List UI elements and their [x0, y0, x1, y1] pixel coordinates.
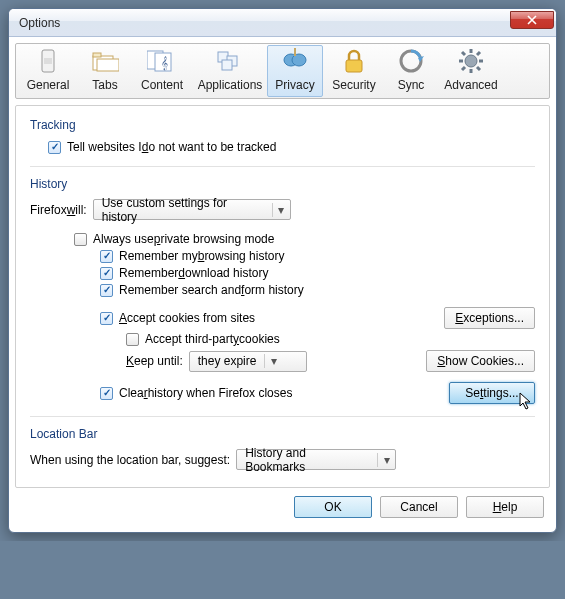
advanced-icon: [455, 46, 487, 76]
window-title: Options: [19, 16, 60, 30]
tab-general[interactable]: General: [17, 45, 79, 97]
firefox-will-label: Firefox will:: [30, 203, 87, 217]
svg-rect-3: [93, 53, 101, 57]
remember-browsing-label: Remember my browsing history: [119, 249, 284, 263]
svg-rect-4: [97, 59, 119, 71]
clear-on-close-checkbox[interactable]: [100, 387, 113, 400]
dnt-label: Tell websites I do not want to be tracke…: [67, 140, 276, 154]
third-party-label: Accept third-party cookies: [145, 332, 280, 346]
tab-advanced-label: Advanced: [444, 78, 497, 92]
clear-on-close-label: Clear history when Firefox closes: [119, 386, 292, 400]
location-bar-label: When using the location bar, suggest:: [30, 453, 230, 467]
tab-tabs[interactable]: Tabs: [79, 45, 131, 97]
ok-button[interactable]: OK: [294, 496, 372, 518]
remember-search-label: Remember search and form history: [119, 283, 304, 297]
remember-download-checkbox[interactable]: [100, 267, 113, 280]
chevron-down-icon: ▾: [272, 203, 286, 217]
keep-until-select[interactable]: they expire ▾: [189, 351, 307, 372]
svg-point-17: [465, 55, 477, 67]
location-bar-value: History and Bookmarks: [245, 446, 369, 474]
tracking-heading: Tracking: [30, 118, 535, 132]
private-browsing-checkbox[interactable]: [74, 233, 87, 246]
close-button[interactable]: [510, 11, 554, 29]
dnt-checkbox[interactable]: [48, 141, 61, 154]
exceptions-button[interactable]: Exceptions...: [444, 307, 535, 329]
help-button[interactable]: Help: [466, 496, 544, 518]
third-party-checkbox[interactable]: [126, 333, 139, 346]
cancel-button[interactable]: Cancel: [380, 496, 458, 518]
location-bar-select[interactable]: History and Bookmarks ▾: [236, 449, 396, 470]
settings-button[interactable]: Settings...: [449, 382, 535, 404]
svg-line-25: [462, 67, 465, 70]
tab-privacy-label: Privacy: [275, 78, 314, 92]
tab-content[interactable]: 𝄞 Content: [131, 45, 193, 97]
privacy-icon: [279, 46, 311, 76]
remember-download-label: Remember download history: [119, 266, 268, 280]
svg-rect-10: [222, 60, 232, 70]
divider: [30, 416, 535, 417]
sync-icon: [395, 46, 427, 76]
history-mode-value: Use custom settings for history: [102, 196, 264, 224]
content-icon: 𝄞: [146, 46, 178, 76]
private-browsing-label: Always use private browsing mode: [93, 232, 274, 246]
remember-search-checkbox[interactable]: [100, 284, 113, 297]
svg-rect-14: [346, 60, 362, 72]
remember-browsing-checkbox[interactable]: [100, 250, 113, 263]
dialog-footer: OK Cancel Help: [15, 488, 550, 526]
chevron-down-icon: ▾: [377, 453, 391, 467]
close-icon: [527, 15, 537, 25]
tab-content-label: Content: [141, 78, 183, 92]
svg-line-22: [462, 52, 465, 55]
location-bar-heading: Location Bar: [30, 427, 535, 441]
show-cookies-button[interactable]: Show Cookies...: [426, 350, 535, 372]
svg-rect-13: [294, 48, 296, 56]
history-heading: History: [30, 177, 535, 191]
tab-security[interactable]: Security: [323, 45, 385, 97]
svg-rect-1: [44, 58, 52, 64]
svg-text:𝄞: 𝄞: [161, 56, 168, 71]
tab-general-label: General: [27, 78, 70, 92]
chevron-down-icon: ▾: [264, 354, 278, 368]
privacy-panel: Tracking Tell websites I do not want to …: [15, 105, 550, 488]
titlebar[interactable]: Options: [9, 9, 556, 37]
svg-line-23: [477, 67, 480, 70]
accept-cookies-label: Accept cookies from sites: [119, 311, 255, 325]
tab-sync[interactable]: Sync: [385, 45, 437, 97]
category-toolbar: General Tabs 𝄞 Content Applications Priv…: [15, 43, 550, 99]
tab-advanced[interactable]: Advanced: [437, 45, 505, 97]
tab-privacy[interactable]: Privacy: [267, 45, 323, 97]
history-mode-select[interactable]: Use custom settings for history ▾: [93, 199, 291, 220]
accept-cookies-checkbox[interactable]: [100, 312, 113, 325]
tabs-icon: [89, 46, 121, 76]
applications-icon: [214, 46, 246, 76]
svg-line-24: [477, 52, 480, 55]
divider: [30, 166, 535, 167]
general-icon: [32, 46, 64, 76]
security-icon: [338, 46, 370, 76]
tab-sync-label: Sync: [398, 78, 425, 92]
keep-until-value: they expire: [198, 354, 257, 368]
tab-applications[interactable]: Applications: [193, 45, 267, 97]
tab-security-label: Security: [332, 78, 375, 92]
tab-applications-label: Applications: [198, 78, 263, 92]
tab-tabs-label: Tabs: [92, 78, 117, 92]
keep-until-label: Keep until:: [126, 354, 183, 368]
options-window: Options General Tabs 𝄞 Content Applicati…: [8, 8, 557, 533]
